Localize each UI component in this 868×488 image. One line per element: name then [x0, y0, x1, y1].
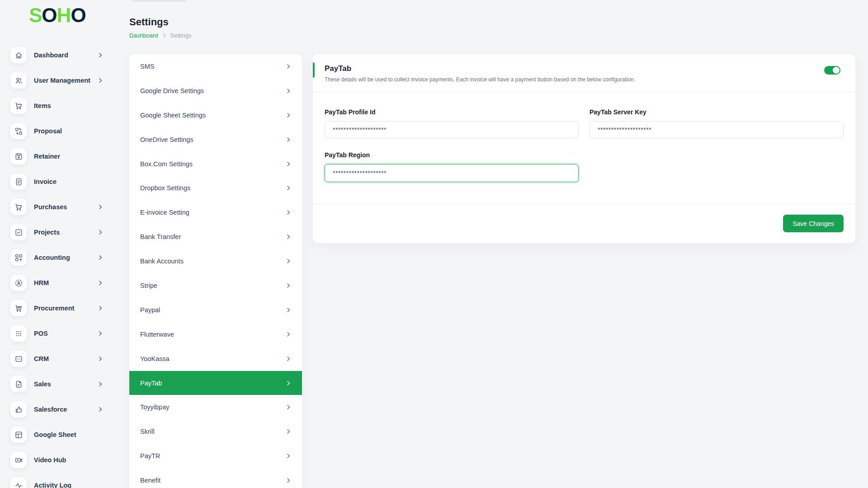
settings-menu-item-label: YooKassa [140, 355, 286, 362]
logo-letter: O [71, 4, 85, 26]
settings-menu-item-paypal[interactable]: Paypal [129, 298, 302, 322]
sidebar-item-accounting[interactable]: Accounting [0, 245, 117, 270]
sidebar-item-pos[interactable]: POS [0, 321, 117, 346]
chevron-right-icon [286, 283, 291, 288]
settings-menu-item-benefit[interactable]: Benefit [129, 468, 302, 488]
sidebar-item-activity-log[interactable]: Activity Log [0, 473, 117, 488]
chevron-right-icon [286, 356, 291, 361]
sidebar-item-label: Proposal [34, 127, 103, 135]
paytab-card-body: PayTab Profile IdPayTab Server KeyPayTab… [313, 92, 855, 204]
cart-icon [10, 98, 27, 114]
settings-menu-item-bank-transfer[interactable]: Bank Transfer [129, 225, 302, 249]
paytab-fields-grid: PayTab Profile IdPayTab Server KeyPayTab… [325, 108, 844, 182]
sidebar-item-video-hub[interactable]: Video Hub [0, 447, 117, 473]
chevron-right-icon [98, 78, 103, 83]
chevron-right-icon [286, 453, 291, 459]
settings-menu-item-onedrive-settings[interactable]: OneDrive Settings [129, 127, 302, 152]
breadcrumb-dashboard-link[interactable]: Dashboard [129, 32, 158, 39]
settings-menu-item-label: SMS [140, 63, 286, 70]
soho-logo[interactable]: SOHO [29, 5, 86, 25]
settings-menu-item-paytab[interactable]: PayTab [129, 371, 302, 395]
settings-menu-item-label: Bank Accounts [140, 258, 286, 265]
settings-menu-item-label: PayTR [140, 452, 286, 460]
chevron-right-icon [286, 64, 291, 69]
paytab-profile-id-input[interactable] [325, 121, 579, 138]
logo-letter: H [57, 4, 71, 26]
user-scan-icon [10, 275, 27, 291]
sidebar-item-google-sheet[interactable]: Google Sheet [0, 422, 117, 447]
logo-letter: S [29, 4, 42, 26]
settings-menu-item-box-com-settings[interactable]: Box.Com Settings [129, 152, 302, 176]
paytab-region-input[interactable] [325, 164, 579, 182]
paytab-server-key-input[interactable] [590, 121, 844, 138]
settings-menu-item-toyyibpay[interactable]: Toyyibpay [129, 395, 302, 419]
sidebar-item-user-management[interactable]: User Management [0, 68, 117, 93]
chevron-right-icon [98, 356, 103, 361]
settings-menu-card: SMSGoogle Drive SettingsGoogle Sheet Set… [129, 54, 302, 488]
settings-menu-item-dropbox-settings[interactable]: Dropbox Settings [129, 176, 302, 200]
paytab-enabled-toggle[interactable] [824, 66, 840, 75]
sidebar-item-dashboard[interactable]: Dashboard [0, 42, 117, 68]
horizontal-scrollbar-thumb[interactable] [132, 0, 187, 2]
chevron-right-icon [98, 331, 103, 336]
breadcrumb: Dashboard Settings [129, 32, 192, 39]
paytab-card-title: PayTab [325, 64, 844, 73]
settings-menu-item-yookassa[interactable]: YooKassa [129, 347, 302, 371]
home-icon [10, 47, 27, 63]
sidebar-item-label: POS [34, 330, 98, 337]
chevron-right-icon [286, 404, 291, 410]
settings-menu-item-label: Paypal [140, 306, 286, 314]
sidebar-item-hrm[interactable]: HRM [0, 270, 117, 296]
chevron-right-icon [286, 307, 291, 313]
settings-menu-item-e-invoice-setting[interactable]: E-invoice Setting [129, 200, 302, 225]
sidebar-item-label: Salesforce [34, 406, 98, 413]
workflow-icon [10, 123, 27, 139]
chevron-right-icon [98, 407, 103, 412]
sidebar-item-proposal[interactable]: Proposal [0, 118, 117, 144]
chevron-right-icon [286, 332, 291, 337]
invoice-icon [10, 174, 27, 190]
settings-menu-item-label: Stripe [140, 282, 286, 289]
settings-menu-item-label: Toyyibpay [140, 404, 286, 411]
sidebar-item-procurement[interactable]: Procurement [0, 296, 117, 321]
settings-menu-item-paytr[interactable]: PayTR [129, 444, 302, 468]
chevron-right-icon [98, 381, 103, 387]
activity-icon [10, 477, 27, 488]
page-title: Settings [129, 16, 192, 28]
sidebar-item-retainer[interactable]: Retainer [0, 144, 117, 169]
settings-menu-item-google-drive-settings[interactable]: Google Drive Settings [129, 79, 302, 103]
settings-menu-item-google-sheet-settings[interactable]: Google Sheet Settings [129, 103, 302, 127]
grid-dots-icon [10, 325, 27, 342]
green-accent-bar [313, 62, 315, 78]
settings-menu-item-skrill[interactable]: Skrill [129, 419, 302, 444]
chevron-right-icon [286, 161, 291, 167]
chevron-right-icon [98, 305, 103, 311]
chevron-right-icon [286, 185, 291, 191]
paytab-card-description: These details will be used to collect in… [325, 76, 844, 83]
sidebar-item-sales[interactable]: Sales [0, 371, 117, 397]
sidebar-nav: DashboardUser ManagementItemsProposalRet… [0, 42, 117, 488]
logo-letter: O [42, 4, 57, 26]
sidebar-item-label: Dashboard [34, 52, 98, 59]
sidebar-item-label: User Management [34, 77, 98, 84]
page-header: Settings Dashboard Settings [129, 16, 192, 39]
sidebar-item-items[interactable]: Items [0, 93, 117, 118]
settings-menu-item-stripe[interactable]: Stripe [129, 273, 302, 298]
sidebar-item-crm[interactable]: CRM [0, 346, 117, 371]
sidebar-item-label: Accounting [34, 254, 98, 261]
sidebar-item-projects[interactable]: Projects [0, 220, 117, 245]
settings-menu-item-sms[interactable]: SMS [129, 54, 302, 79]
sidebar-item-salesforce[interactable]: Salesforce [0, 397, 117, 422]
sidebar-item-label: Google Sheet [34, 431, 103, 438]
chevron-right-icon [286, 234, 291, 239]
settings-menu-item-label: Skrill [140, 428, 286, 435]
chevron-right-icon [286, 210, 291, 215]
chevron-right-icon [286, 258, 291, 264]
settings-menu-item-label: Google Drive Settings [140, 87, 286, 94]
settings-menu-item-bank-accounts[interactable]: Bank Accounts [129, 249, 302, 273]
sidebar-item-invoice[interactable]: Invoice [0, 169, 117, 194]
settings-menu-item-flutterwave[interactable]: Flutterwave [129, 322, 302, 347]
sidebar-item-purchases[interactable]: Purchases [0, 194, 117, 220]
chevron-right-icon [286, 380, 291, 386]
save-changes-button[interactable]: Save Changes [783, 215, 844, 232]
